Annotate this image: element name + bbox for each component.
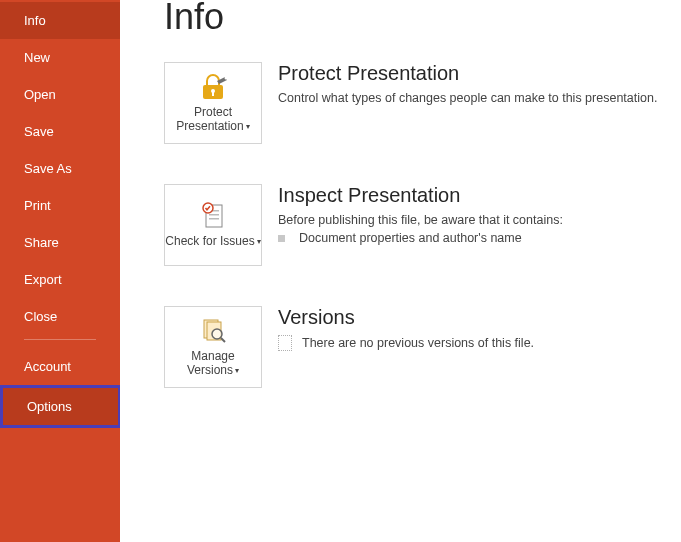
svg-rect-7 <box>209 218 219 220</box>
sidebar-item-save-as[interactable]: Save As <box>0 150 120 187</box>
sidebar-item-new[interactable]: New <box>0 39 120 76</box>
sidebar-item-share[interactable]: Share <box>0 224 120 261</box>
inspect-desc: Before publishing this file, be aware th… <box>278 213 563 227</box>
inspect-bullet-item: Document properties and author's name <box>278 231 563 245</box>
document-magnify-icon <box>197 317 229 345</box>
sidebar-item-print[interactable]: Print <box>0 187 120 224</box>
lock-key-icon <box>197 73 229 101</box>
svg-rect-2 <box>212 92 214 96</box>
document-check-icon <box>197 202 229 230</box>
bullet-marker-icon <box>278 235 285 242</box>
backstage-sidebar: Info New Open Save Save As Print Share E… <box>0 0 120 542</box>
section-inspect: Check for Issues▾ Inspect Presentation B… <box>164 184 681 266</box>
section-versions: Manage Versions▾ Versions There are no p… <box>164 306 681 388</box>
inspect-bullets: Document properties and author's name <box>278 231 563 245</box>
versions-desc-line: There are no previous versions of this f… <box>278 335 534 351</box>
sidebar-item-info[interactable]: Info <box>0 2 120 39</box>
sidebar-item-export[interactable]: Export <box>0 261 120 298</box>
protect-presentation-button[interactable]: Protect Presentation▾ <box>164 62 262 144</box>
manage-versions-card-label: Manage Versions▾ <box>165 349 261 378</box>
sidebar-item-options[interactable]: Options <box>0 385 121 428</box>
sidebar-item-close[interactable]: Close <box>0 298 120 335</box>
check-issues-card-label: Check for Issues▾ <box>165 234 260 248</box>
main-content: Info Protect Presentation▾ Protect Prese… <box>120 0 681 542</box>
versions-desc: There are no previous versions of this f… <box>302 336 534 350</box>
protect-desc: Control what types of changes people can… <box>278 91 657 105</box>
protect-card-label: Protect Presentation▾ <box>165 105 261 134</box>
section-protect: Protect Presentation▾ Protect Presentati… <box>164 62 681 144</box>
svg-point-11 <box>212 329 222 339</box>
svg-point-3 <box>225 76 228 79</box>
file-placeholder-icon <box>278 335 292 351</box>
page-title: Info <box>164 0 681 38</box>
versions-title: Versions <box>278 306 534 329</box>
svg-line-12 <box>221 338 225 342</box>
svg-rect-6 <box>209 214 219 216</box>
sidebar-item-account[interactable]: Account <box>0 348 120 385</box>
protect-title: Protect Presentation <box>278 62 657 85</box>
inspect-title: Inspect Presentation <box>278 184 563 207</box>
check-for-issues-button[interactable]: Check for Issues▾ <box>164 184 262 266</box>
sidebar-divider <box>24 339 96 340</box>
manage-versions-button[interactable]: Manage Versions▾ <box>164 306 262 388</box>
sidebar-item-open[interactable]: Open <box>0 76 120 113</box>
sidebar-item-save[interactable]: Save <box>0 113 120 150</box>
